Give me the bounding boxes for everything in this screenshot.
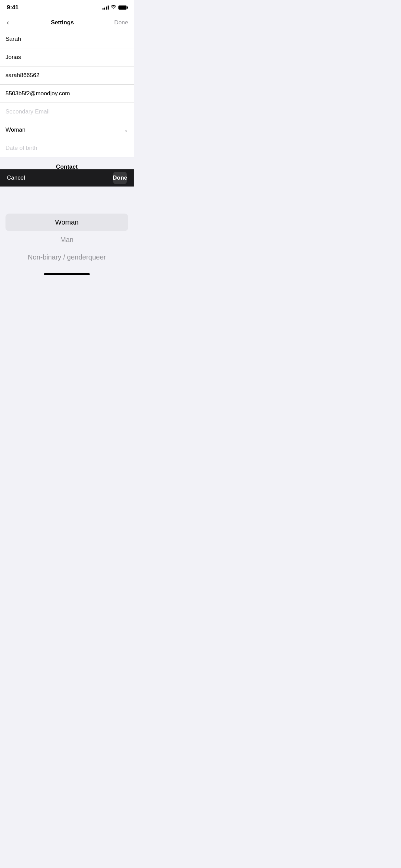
username-field-group — [0, 67, 134, 85]
chevron-down-icon: ⌄ — [124, 127, 128, 133]
done-button[interactable]: Done — [113, 172, 127, 184]
status-time: 9:41 — [7, 4, 19, 11]
gender-select[interactable]: Woman ⌄ — [0, 121, 134, 139]
wifi-icon — [111, 5, 116, 10]
gender-field-group[interactable]: Woman ⌄ — [0, 121, 134, 139]
toolbar: Cancel Done Woman Man Non-binary / gende… — [0, 169, 134, 289]
back-button[interactable]: ‹ — [5, 17, 11, 28]
picker-option-woman[interactable]: Woman — [5, 214, 128, 231]
home-bar — [44, 273, 90, 275]
nav-title: Settings — [51, 19, 74, 26]
email-field-group — [0, 85, 134, 103]
dob-field-group — [0, 139, 134, 157]
last-name-field-group — [0, 48, 134, 67]
first-name-input[interactable] — [0, 30, 134, 48]
nav-done-button[interactable]: Done — [114, 19, 128, 26]
status-bar: 9:41 — [0, 0, 134, 15]
gender-value: Woman — [5, 126, 25, 133]
toolbar-top: Cancel Done — [0, 169, 134, 186]
picker-option-nonbinary[interactable]: Non-binary / genderqueer — [0, 249, 134, 266]
secondary-email-field-group — [0, 103, 134, 121]
picker-option-man[interactable]: Man — [0, 231, 134, 249]
battery-icon — [118, 5, 127, 10]
home-indicator — [0, 266, 134, 278]
last-name-input[interactable] — [0, 48, 134, 66]
cancel-button[interactable]: Cancel — [7, 174, 25, 181]
email-input[interactable] — [0, 85, 134, 103]
nav-bar: ‹ Settings Done — [0, 15, 134, 30]
username-input[interactable] — [0, 67, 134, 84]
secondary-email-input[interactable] — [0, 103, 134, 121]
signal-icon — [102, 5, 109, 10]
first-name-field-group — [0, 30, 134, 48]
done-label: Done — [113, 174, 127, 181]
gender-picker: Woman Man Non-binary / genderqueer — [0, 186, 134, 289]
status-icons — [102, 5, 127, 10]
dob-input[interactable] — [0, 139, 134, 157]
